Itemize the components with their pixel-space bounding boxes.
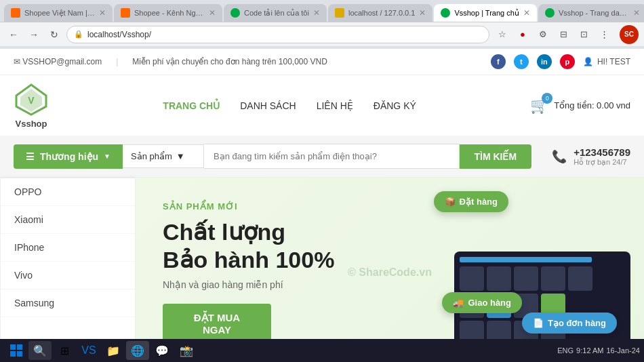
browser-tab-6[interactable]: Vsshop - Trang dan... ✕ <box>538 4 644 22</box>
back-button[interactable]: ← <box>5 26 22 43</box>
tab-close-3[interactable]: ✕ <box>313 8 320 18</box>
taskbar-task-view[interactable]: ⊞ <box>53 341 76 360</box>
brand-menu-button[interactable]: ☰ Thương hiệu ▼ <box>14 144 123 169</box>
tab-close-5[interactable]: ✕ <box>523 8 530 18</box>
tab-favicon-4 <box>335 8 344 18</box>
pinterest-icon[interactable]: p <box>560 54 575 69</box>
svg-rect-3 <box>10 344 16 350</box>
tab-favicon-3 <box>230 8 240 18</box>
site-header: V Vsshop TRANG CHỦ DANH SÁCH LIÊN HỆ ĐĂN… <box>0 75 644 136</box>
create-order-icon: 📄 <box>533 318 544 328</box>
user-greeting: 👤 HI! TEST <box>583 57 630 66</box>
category-select[interactable]: Sản phẩm ▼ <box>123 144 204 168</box>
browser-tab-1[interactable]: Shopee Việt Nam | M... ✕ <box>4 4 113 22</box>
taskbar-lang: ENG <box>557 346 573 355</box>
browser-chrome: Shopee Việt Nam | M... ✕ Shopee - Kênh N… <box>0 0 644 49</box>
tab-favicon-6 <box>545 8 555 18</box>
cart-badge: 0 <box>542 93 552 104</box>
cart-icon-wrap: 🛒 0 <box>530 97 548 115</box>
banner-cta-button[interactable]: ĐẶT MUA NGAY <box>163 304 271 344</box>
taskbar-app-extra2[interactable]: 📸 <box>175 341 198 360</box>
dropdown-item-samsung[interactable]: Samsung <box>1 289 135 317</box>
start-button[interactable] <box>4 341 28 360</box>
banner-title-line1: Chất lượng <box>163 218 617 246</box>
browser-tab-4[interactable]: localhost / 127.0.0.1 ✕ <box>328 4 432 22</box>
tab-favicon-5 <box>441 8 450 18</box>
separator: | <box>116 57 118 66</box>
browser-toolbar: ← → ↻ 🔒 localhost/Vsshop/ ☆ ● ⚙ ⊟ ⊡ ⋮ SC <box>0 22 644 46</box>
main-area: OPPO Xiaomi IPhone Vivo Samsung SẢN PHẨM… <box>0 178 644 362</box>
user-text: HI! TEST <box>597 57 630 66</box>
refresh-button[interactable]: ↻ <box>46 26 62 43</box>
bookmark-button[interactable]: ☆ <box>494 26 511 43</box>
float-delivery-button[interactable]: 🚚 Giao hàng <box>442 292 522 313</box>
address-bar[interactable]: 🔒 localhost/Vsshop/ <box>66 26 489 43</box>
toolbar-icons: ☆ ● ⚙ ⊟ ⊡ ⋮ <box>494 26 613 43</box>
taskbar-vscode[interactable]: VS <box>77 341 100 360</box>
sharecode-icon: SC <box>620 25 639 44</box>
dropdown-menu: OPPO Xiaomi IPhone Vivo Samsung <box>0 178 136 362</box>
tab-label-3: Code tải lên của tôi <box>244 9 309 18</box>
screen-header-bar <box>460 257 592 262</box>
taskbar-time: 9:12 AM <box>576 346 603 355</box>
logo-area[interactable]: V Vsshop <box>14 82 49 129</box>
browser-tabs: Shopee Việt Nam | M... ✕ Shopee - Kênh N… <box>0 0 644 22</box>
maximize-button[interactable]: ⊡ <box>575 26 592 43</box>
taskbar-chrome[interactable]: 🌐 <box>126 341 149 360</box>
nav-danh-sach[interactable]: DANH SÁCH <box>240 100 296 111</box>
forward-button[interactable]: → <box>26 26 42 43</box>
svg-rect-4 <box>17 344 22 350</box>
taskbar-search[interactable]: 🔍 <box>28 341 52 360</box>
tab-close-2[interactable]: ✕ <box>209 8 216 18</box>
search-button[interactable]: TÌM KIẾM <box>460 144 532 169</box>
screen-item-5 <box>568 266 592 291</box>
taskbar-apps: 🔍 ⊞ VS 📁 🌐 💬 📸 <box>28 341 198 360</box>
lock-icon: 🔒 <box>74 30 83 39</box>
category-chevron-icon: ▼ <box>176 151 185 161</box>
screen-item-4 <box>541 266 565 291</box>
facebook-icon[interactable]: f <box>491 54 506 69</box>
float-create-order-button[interactable]: 📄 Tạo đơn hàng <box>522 313 617 334</box>
windows-taskbar: 🔍 ⊞ VS 📁 🌐 💬 📸 ENG 9:12 AM 16-Jan-24 <box>0 339 644 362</box>
tab-close-6[interactable]: ✕ <box>633 8 640 18</box>
dropdown-item-vivo[interactable]: Vivo <box>1 262 135 289</box>
dropdown-item-iphone[interactable]: IPhone <box>1 234 135 262</box>
twitter-icon[interactable]: t <box>514 54 529 69</box>
svg-rect-6 <box>17 351 22 357</box>
screen-item-3 <box>514 266 538 291</box>
taskbar-explorer[interactable]: 📁 <box>102 341 125 360</box>
order-icon: 📦 <box>445 197 456 207</box>
nav-trang-chu[interactable]: TRANG CHỦ <box>163 100 220 111</box>
nav-dang-ky[interactable]: ĐĂNG KÝ <box>374 100 416 111</box>
tab-label-6: Vsshop - Trang dan... <box>559 9 629 17</box>
svg-text:V: V <box>28 95 35 106</box>
phone-number: +123456789 <box>573 146 630 158</box>
search-bar: ☰ Thương hiệu ▼ Sản phẩm ▼ TÌM KIẾM 📞 +1… <box>0 136 644 178</box>
taskbar-app-extra1[interactable]: 💬 <box>150 341 174 360</box>
menu-button[interactable]: ⋮ <box>595 26 613 43</box>
nav-lien-he[interactable]: LIÊN HỆ <box>317 100 353 111</box>
phone-icon: 📞 <box>552 149 567 164</box>
cart-area[interactable]: 🛒 0 Tổng tiền: 0.00 vnd <box>530 97 630 115</box>
tab-close-1[interactable]: ✕ <box>99 8 106 18</box>
screen-row-1 <box>460 266 625 291</box>
search-input-wrap <box>204 144 460 169</box>
logo-svg: V <box>14 82 49 117</box>
hamburger-icon: ☰ <box>26 151 35 162</box>
phone-support: Hỗ trợ bạn 24/7 <box>573 158 630 167</box>
extensions-button[interactable]: ⚙ <box>534 26 552 43</box>
logo-text: Vsshop <box>16 119 47 129</box>
browser-tab-5[interactable]: Vsshop | Trang chủ ✕ <box>434 4 536 22</box>
tab-close-4[interactable]: ✕ <box>419 8 426 18</box>
minimize-button[interactable]: ⊟ <box>555 26 572 43</box>
phone-info: +123456789 Hỗ trợ bạn 24/7 <box>573 146 630 167</box>
tab-label-5: Vsshop | Trang chủ <box>454 9 519 18</box>
search-input[interactable] <box>204 144 460 169</box>
dropdown-item-xiaomi[interactable]: Xiaomi <box>1 206 135 234</box>
linkedin-icon[interactable]: in <box>537 54 552 69</box>
profile-button[interactable]: ● <box>514 26 531 43</box>
browser-tab-3[interactable]: Code tải lên của tôi ✕ <box>224 4 327 22</box>
dropdown-item-oppo[interactable]: OPPO <box>1 178 135 206</box>
float-order-button[interactable]: 📦 Đặt hàng <box>434 191 508 212</box>
browser-tab-2[interactable]: Shopee - Kênh Ngu... ✕ <box>114 4 222 22</box>
